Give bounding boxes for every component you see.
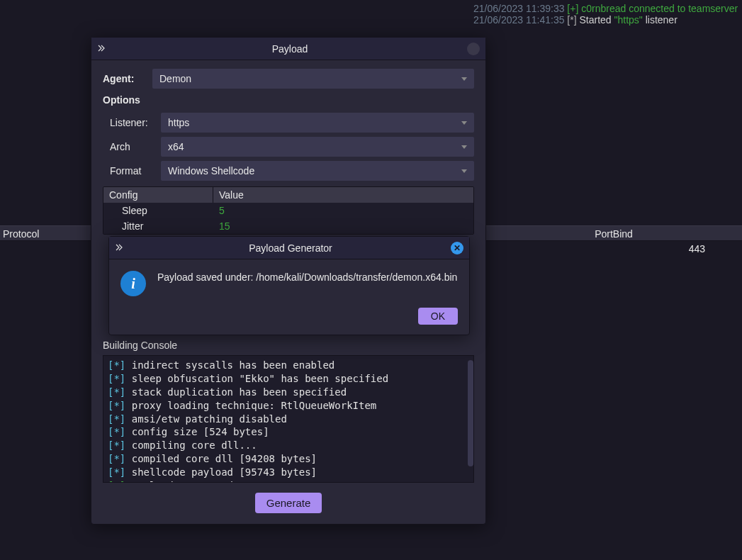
format-label: Format [110, 165, 161, 177]
listener-label: Listener: [110, 117, 161, 128]
generate-button[interactable]: Generate [255, 493, 322, 513]
console-line: [*] config size [524 bytes] [108, 425, 469, 439]
console-line: [*] compiling core dll... [108, 439, 469, 452]
console-line: [*] stack duplication has been specified [108, 386, 469, 399]
app-icon [115, 243, 125, 253]
arch-label: Arch [110, 141, 161, 152]
format-select[interactable]: Windows Shellcode [161, 161, 474, 181]
payload-dialog-title: Payload [113, 43, 467, 55]
log-line: 21/06/2023 11:41:35 [*] Started "https" … [473, 14, 736, 26]
console-line: [*] proxy loading technique: RtlQueueWor… [108, 399, 469, 413]
column-header-portbind[interactable]: PortBind [485, 226, 742, 240]
msg-dialog-title: Payload Generator [130, 242, 451, 254]
console-line: [*] sleep obfuscation "Ekko" has been sp… [108, 372, 469, 386]
msg-text: Payload saved under: /home/kali/Download… [157, 271, 457, 296]
listener-select[interactable]: https [161, 113, 474, 133]
console-line: [*] shellcode payload [95743 bytes] [108, 466, 469, 479]
arch-select[interactable]: x64 [161, 137, 474, 157]
options-heading: Options [103, 94, 474, 106]
config-value: 5 [213, 203, 473, 218]
console-line: [*] amsi/etw patching disabled [108, 413, 469, 426]
chevron-down-icon [461, 121, 467, 125]
info-icon: i [120, 271, 146, 296]
config-table: Config Value Sleep5Jitter15 [103, 186, 474, 235]
event-log: 21/06/2023 11:39:33 [+] c0rnbread connec… [468, 0, 742, 28]
scrollbar[interactable] [468, 356, 473, 482]
config-row[interactable]: Jitter15 [103, 218, 473, 234]
scrollbar-thumb[interactable] [468, 360, 473, 466]
config-column-header[interactable]: Config [103, 187, 213, 203]
chevron-down-icon [461, 145, 467, 149]
payload-dialog-titlebar[interactable]: Payload [91, 38, 485, 60]
console-line: [*] indirect syscalls has been enabled [108, 359, 469, 372]
chevron-down-icon [461, 169, 467, 173]
agent-label: Agent: [103, 73, 152, 84]
payload-generator-dialog: Payload Generator ✕ i Payload saved unde… [108, 236, 470, 335]
config-name: Jitter [103, 218, 213, 234]
config-name: Sleep [103, 203, 213, 218]
console-line: [+] payload generated [108, 479, 469, 483]
ok-button[interactable]: OK [418, 308, 458, 325]
close-icon[interactable] [467, 43, 480, 55]
agent-select[interactable]: Demon [152, 69, 474, 89]
log-line: 21/06/2023 11:39:33 [+] c0rnbread connec… [473, 3, 736, 14]
close-icon[interactable]: ✕ [451, 242, 463, 254]
console-line: [*] compiled core dll [94208 bytes] [108, 452, 469, 466]
building-console[interactable]: [*] indirect syscalls has been enabled[*… [103, 355, 474, 483]
building-console-heading: Building Console [103, 340, 474, 351]
value-column-header[interactable]: Value [213, 187, 473, 203]
config-value: 15 [213, 218, 473, 234]
config-row[interactable]: Sleep5 [103, 203, 473, 218]
msg-dialog-titlebar[interactable]: Payload Generator ✕ [109, 237, 469, 259]
chevron-down-icon [461, 77, 467, 81]
portbind-value: 443 [689, 241, 742, 257]
app-icon [97, 44, 107, 54]
